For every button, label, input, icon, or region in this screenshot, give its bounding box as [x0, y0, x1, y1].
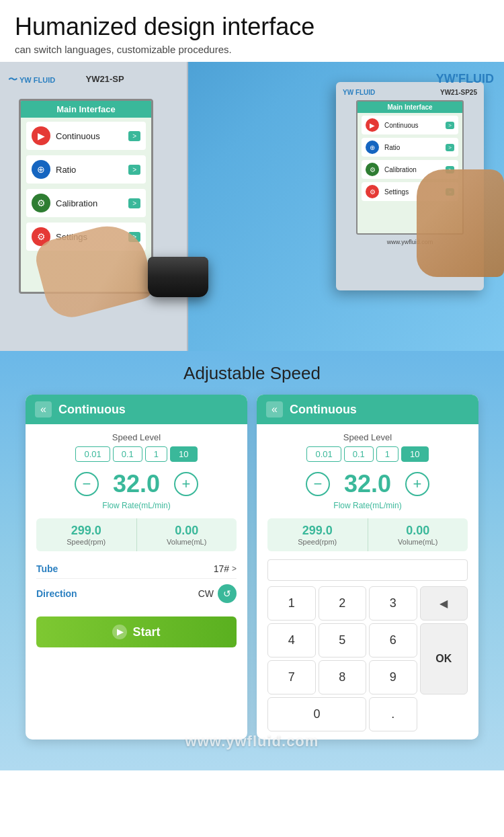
ratio-icon-left: ⊕: [32, 160, 50, 179]
numpad-btn-7[interactable]: 7: [267, 660, 316, 694]
left-start-button[interactable]: ▶ Start: [36, 616, 237, 647]
left-volume-label: Volume(mL): [144, 538, 230, 546]
numpad-btn-0[interactable]: 0: [267, 697, 366, 731]
ratio-label-left: Ratio: [56, 165, 123, 175]
menu-row-continuous-right[interactable]: ▶ Continuous >: [362, 116, 458, 134]
left-speed-level-label: Speed Level: [36, 432, 237, 442]
left-flow-control: − 32.0 +: [36, 470, 237, 498]
ratio-label-right: Ratio: [384, 144, 440, 151]
left-plus-button[interactable]: +: [174, 472, 198, 496]
numpad-backspace-button[interactable]: ◀: [420, 586, 468, 621]
right-volume-label: Volume(mL): [375, 538, 462, 546]
right-speed-btn-01[interactable]: 0.1: [344, 446, 374, 462]
screen-left-header: Main Interface: [21, 101, 151, 118]
calibration-arrow-left: >: [128, 198, 140, 208]
right-panel-back-button[interactable]: «: [266, 401, 283, 417]
menu-row-ratio-left[interactable]: ⊕ Ratio >: [26, 155, 146, 184]
left-panel-body: Speed Level 0.01 0.1 1 10 − 32.0 + Flow …: [26, 424, 247, 655]
left-tube-label: Tube: [36, 563, 58, 574]
right-panel-body: Speed Level 0.01 0.1 1 10 − 32.0 + Flow …: [257, 424, 478, 740]
top-text-section: Humanized design interface can switch la…: [0, 0, 504, 62]
right-speed-btn-001[interactable]: 0.01: [306, 446, 341, 462]
menu-row-ratio-right[interactable]: ⊕ Ratio >: [362, 138, 458, 157]
calibration-label-left: Calibration: [56, 198, 123, 208]
right-flow-unit: Flow Rate(mL/min): [267, 501, 468, 510]
numpad-btn-6[interactable]: 6: [369, 623, 417, 657]
right-flow-value: 32.0: [341, 470, 394, 498]
left-panel-title: Continuous: [58, 403, 126, 417]
left-direction-label: Direction: [36, 588, 77, 599]
right-speed-level-label: Speed Level: [267, 432, 468, 442]
right-flow-control: − 32.0 +: [267, 470, 468, 498]
ywfluid-logo-text: YW'FLUID: [436, 72, 494, 86]
ywfluid-photo-logo: YW'FLUID: [436, 72, 494, 86]
speed-btn-001[interactable]: 0.01: [75, 446, 110, 462]
left-panel-back-button[interactable]: «: [35, 401, 52, 417]
left-tube-arrow: >: [232, 564, 237, 573]
panels-row: « Continuous Speed Level 0.01 0.1 1 10 −…: [13, 395, 491, 740]
left-panel: « Continuous Speed Level 0.01 0.1 1 10 −…: [26, 395, 247, 740]
device-model-right: YW21-SP25: [440, 89, 477, 96]
right-speed-rpm-label: Speed(rpm): [274, 538, 361, 546]
bottom-section: Adjustable Speed « Continuous Speed Leve…: [0, 351, 504, 770]
right-speed-btn-1[interactable]: 1: [376, 446, 398, 462]
numpad-btn-5[interactable]: 5: [319, 623, 367, 657]
numpad-grid: 1 2 3 ◀ 4 5 6 OK 7 8 9 0 .: [267, 586, 468, 731]
calibration-icon-left: ⚙: [32, 194, 50, 212]
numpad-btn-3[interactable]: 3: [369, 586, 417, 621]
settings-icon-right: ⚙: [366, 185, 379, 198]
numpad-btn-9[interactable]: 9: [369, 660, 417, 694]
numpad-btn-4[interactable]: 4: [267, 623, 316, 657]
page-title: Humanized design interface: [15, 12, 489, 41]
continuous-label-right: Continuous: [384, 122, 440, 129]
continuous-arrow-left: >: [128, 131, 140, 141]
numpad-btn-1[interactable]: 1: [267, 586, 316, 621]
left-volume-cell: 0.00 Volume(mL): [137, 518, 237, 551]
right-speed-buttons: 0.01 0.1 1 10: [267, 446, 468, 462]
left-direction-row: Direction CW ↺: [36, 579, 237, 608]
left-speed-rpm-label: Speed(rpm): [43, 538, 130, 546]
right-minus-button[interactable]: −: [306, 472, 330, 496]
speed-btn-10[interactable]: 10: [170, 446, 197, 462]
left-direction-value: CW ↺: [198, 584, 237, 603]
numpad-container: 1 2 3 ◀ 4 5 6 OK 7 8 9 0 .: [267, 559, 468, 731]
right-speed-cell: 299.0 Speed(rpm): [267, 518, 368, 551]
logo-text-right: YW FLUID: [343, 89, 375, 96]
page-subtitle: can switch languages, customizable proce…: [15, 44, 489, 55]
numpad-ok-button[interactable]: OK: [420, 623, 468, 694]
calibration-icon-right: ⚙: [366, 163, 379, 176]
numpad-btn-8[interactable]: 8: [319, 660, 367, 694]
left-direction-toggle[interactable]: ↺: [218, 584, 237, 603]
right-plus-button[interactable]: +: [405, 472, 429, 496]
right-panel: « Continuous Speed Level 0.01 0.1 1 10 −…: [257, 395, 478, 740]
right-volume-cell: 0.00 Volume(mL): [368, 518, 468, 551]
screen-right-header: Main Interface: [358, 102, 462, 113]
right-panel-title: Continuous: [290, 403, 357, 417]
numpad-btn-dot[interactable]: .: [369, 697, 417, 731]
device-logo-left: 〜 YW FLUID: [8, 74, 55, 86]
device-left: 〜 YW FLUID YW21-SP Main Interface ▶ Cont…: [0, 62, 188, 351]
menu-row-calibration-left[interactable]: ⚙ Calibration >: [26, 189, 146, 217]
numpad-input-display[interactable]: [267, 559, 468, 581]
left-speed-volume-row: 299.0 Speed(rpm) 0.00 Volume(mL): [36, 518, 237, 551]
device-logo-right: YW FLUID: [343, 89, 375, 96]
left-tube-number: 17#: [214, 563, 229, 574]
left-direction-text: CW: [198, 588, 214, 599]
numpad-btn-2[interactable]: 2: [319, 586, 367, 621]
speed-btn-01[interactable]: 0.1: [113, 446, 142, 462]
wave-icon-left: 〜: [8, 74, 17, 86]
watermark: www.ywfluid.com: [13, 733, 491, 750]
menu-row-continuous-left[interactable]: ▶ Continuous >: [26, 122, 146, 150]
left-minus-button[interactable]: −: [75, 472, 99, 496]
foot-pedal-top: [148, 257, 208, 277]
left-volume-value: 0.00: [144, 524, 230, 538]
left-start-icon: ▶: [112, 625, 127, 639]
left-start-label: Start: [132, 625, 160, 639]
left-tube-row: Tube 17# >: [36, 559, 237, 579]
speed-btn-1[interactable]: 1: [145, 446, 167, 462]
continuous-icon-right: ▶: [366, 118, 379, 132]
continuous-icon-left: ▶: [32, 126, 50, 145]
right-speed-volume-row: 299.0 Speed(rpm) 0.00 Volume(mL): [267, 518, 468, 551]
photo-section: 〜 YW FLUID YW21-SP Main Interface ▶ Cont…: [0, 62, 504, 351]
right-speed-btn-10[interactable]: 10: [401, 446, 428, 462]
